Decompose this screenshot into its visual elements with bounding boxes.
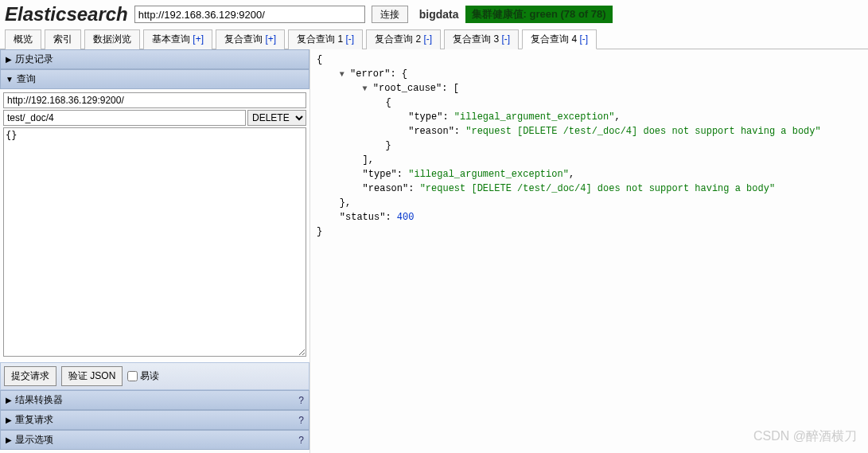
tab-overview[interactable]: 概览: [5, 29, 41, 49]
help-icon[interactable]: ?: [298, 435, 304, 446]
http-method-select[interactable]: DELETE: [247, 110, 306, 126]
watermark: CSDN @醉酒横刀: [753, 428, 857, 445]
repeat-request-label: 重复请求: [15, 413, 53, 427]
submit-request-button[interactable]: 提交请求: [4, 366, 56, 386]
readable-checkbox-label[interactable]: 易读: [127, 369, 159, 383]
connect-button[interactable]: 连接: [372, 6, 408, 23]
main-area: ▶ 历史记录 ▼ 查询 DELETE 提交请求 验证 JSON 易读: [0, 49, 868, 453]
response-panel: { ▼ "error": { ▼ "root_cause": [ { "type…: [310, 49, 868, 453]
query-body-panel: DELETE: [0, 89, 309, 362]
result-transformer-header[interactable]: ▶ 结果转换器 ?: [0, 390, 309, 410]
tab-basic-query[interactable]: 基本查询 [+]: [143, 29, 212, 49]
tab-compound-query-4[interactable]: 复合查询 4 [-]: [522, 29, 597, 49]
cluster-url-input[interactable]: [134, 6, 365, 23]
query-label: 查询: [17, 72, 36, 86]
query-url-input[interactable]: [3, 92, 306, 108]
cluster-health-badge: 集群健康值: green (78 of 78): [465, 6, 613, 23]
tab-bar: 概览 索引 数据浏览 基本查询 [+] 复合查询 [+] 复合查询 1 [-] …: [0, 29, 868, 49]
json-value: "illegal_argument_exception": [408, 169, 569, 180]
repeat-request-header[interactable]: ▶ 重复请求 ?: [0, 410, 309, 430]
help-icon[interactable]: ?: [298, 395, 304, 406]
readable-checkbox[interactable]: [127, 371, 138, 381]
chevron-right-icon: ▶: [6, 416, 12, 424]
json-value: 400: [397, 212, 415, 223]
validate-json-button[interactable]: 验证 JSON: [61, 366, 123, 386]
app-logo: Elasticsearch: [5, 3, 128, 25]
tab-indices[interactable]: 索引: [45, 29, 81, 49]
cluster-name-label: bigdata: [419, 8, 459, 21]
history-label: 历史记录: [15, 53, 53, 66]
display-options-header[interactable]: ▶ 显示选项 ?: [0, 430, 309, 450]
tab-compound-query[interactable]: 复合查询 [+]: [216, 29, 285, 49]
chevron-right-icon: ▶: [6, 435, 12, 444]
header-bar: Elasticsearch 连接 bigdata 集群健康值: green (7…: [0, 0, 868, 29]
json-value: "request [DELETE /test/_doc/4] does not …: [420, 183, 775, 194]
action-row: 提交请求 验证 JSON 易读: [0, 362, 309, 390]
json-response: { ▼ "error": { ▼ "root_cause": [ { "type…: [317, 53, 862, 239]
query-section-header[interactable]: ▼ 查询: [0, 69, 309, 89]
history-section-header[interactable]: ▶ 历史记录: [0, 49, 309, 69]
chevron-down-icon: ▼: [6, 75, 14, 84]
json-value: "illegal_argument_exception": [454, 111, 615, 123]
caret-down-icon[interactable]: ▼: [363, 83, 368, 95]
chevron-right-icon: ▶: [6, 396, 12, 404]
caret-down-icon[interactable]: ▼: [340, 68, 344, 80]
display-options-label: 显示选项: [15, 433, 53, 447]
json-value: "request [DELETE /test/_doc/4] does not …: [465, 126, 820, 137]
tab-compound-query-2[interactable]: 复合查询 2 [-]: [366, 29, 441, 49]
help-icon[interactable]: ?: [298, 415, 304, 426]
chevron-right-icon: ▶: [6, 55, 12, 64]
tab-compound-query-3[interactable]: 复合查询 3 [-]: [444, 29, 519, 49]
request-body-textarea[interactable]: [3, 127, 306, 357]
tab-browse[interactable]: 数据浏览: [84, 29, 140, 49]
result-transformer-label: 结果转换器: [15, 393, 63, 407]
query-path-input[interactable]: [3, 110, 246, 126]
tab-compound-query-1[interactable]: 复合查询 1 [-]: [288, 29, 363, 49]
left-panel: ▶ 历史记录 ▼ 查询 DELETE 提交请求 验证 JSON 易读: [0, 49, 310, 453]
